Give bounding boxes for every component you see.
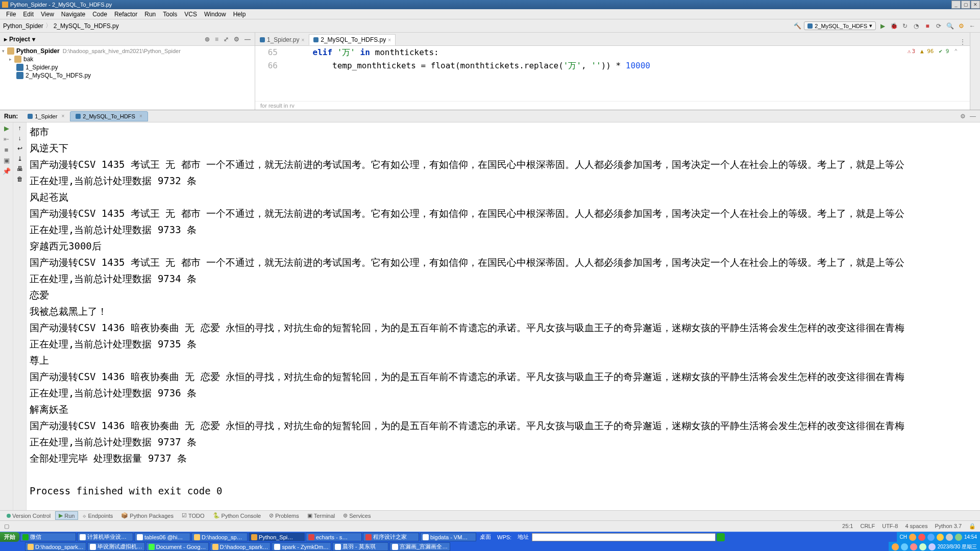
tray-icon[interactable] (946, 534, 953, 541)
taskbar-app[interactable]: tables06 @hi… (134, 533, 190, 541)
status-indent[interactable]: 4 spaces (905, 523, 927, 530)
menu-refactor[interactable]: Refactor (111, 10, 140, 19)
start-button[interactable]: 开始 (0, 532, 19, 542)
editor-more-icon[interactable]: ⋮ (960, 38, 970, 45)
menu-window[interactable]: Window (201, 10, 229, 19)
expand-icon[interactable]: ≡ (215, 36, 218, 43)
tray-icon[interactable] (919, 543, 926, 550)
taskbar-app[interactable]: 计算机毕业设… (77, 533, 133, 541)
taskbar-app[interactable]: Document - Goog… (146, 542, 209, 551)
run-icon[interactable]: ▶ (878, 21, 887, 31)
status-hint-icon[interactable]: ▢ (4, 523, 9, 530)
status-encoding[interactable]: UTF-8 (882, 523, 898, 530)
editor-tab-spider[interactable]: 1_Spider.py × (255, 34, 309, 45)
locate-icon[interactable]: ⊚ (205, 36, 210, 43)
project-title[interactable]: Project (9, 36, 30, 43)
project-tree[interactable]: ▾ Python_Spider D:\hadoop_spark_hive_dm2… (0, 46, 255, 110)
close-button[interactable]: ✕ (971, 1, 980, 9)
system-tray-date[interactable]: 2023/8/30 星期三 (889, 542, 980, 551)
back-icon[interactable]: ← (968, 21, 977, 31)
down-icon[interactable]: ↓ (18, 135, 21, 142)
collapse-icon[interactable]: ⤢ (224, 36, 229, 43)
lang-indicator[interactable]: CH (900, 534, 907, 540)
taskbar-app[interactable]: D:\hadoop_spark… (25, 542, 86, 551)
maximize-button[interactable]: ▢ (961, 1, 970, 9)
menu-code[interactable]: Code (89, 10, 110, 19)
menu-navigate[interactable]: Navigate (58, 10, 88, 19)
taskbar-app[interactable]: D:\hadoop_sp… (191, 533, 248, 541)
tray-icon[interactable] (918, 534, 925, 541)
clock-time[interactable]: 14:54 (964, 534, 977, 540)
minimize-button[interactable]: _ (951, 1, 961, 9)
tray-icon[interactable] (928, 543, 936, 550)
tree-folder-bak[interactable]: ▸ bak (0, 55, 255, 63)
stop-icon[interactable]: ⇤ (4, 135, 9, 143)
profile-icon[interactable]: ◔ (912, 21, 921, 31)
wrap-icon[interactable]: ↩ (17, 145, 22, 152)
menu-file[interactable]: File (3, 10, 19, 19)
system-tray[interactable]: CH 14:54 (897, 532, 980, 542)
tray-icon[interactable] (910, 543, 917, 550)
taskbar-app[interactable]: D:\hadoop_spark… (210, 542, 271, 551)
desktop-label[interactable]: 桌面 (477, 533, 494, 541)
go-button[interactable] (717, 533, 725, 541)
settings-icon[interactable]: ⚙ (957, 21, 966, 31)
code-editor[interactable]: 65 66 elif '万' in monthtickets: temp_mon… (255, 46, 970, 101)
debug-icon[interactable]: 🐞 (889, 21, 898, 31)
tray-icon[interactable] (909, 534, 916, 541)
taskbar-app[interactable]: echarts - s… (306, 533, 362, 541)
status-lock-icon[interactable]: 🔒 (969, 523, 976, 530)
run-gear-icon[interactable]: ⚙ (960, 113, 966, 120)
code-content[interactable]: elif '万' in monthtickets: temp_monthtick… (283, 46, 970, 101)
status-interpreter[interactable]: Python 3.7 (935, 523, 962, 530)
taskbar-app-active[interactable]: Python_Spi… (249, 533, 305, 541)
taskbar-app[interactable]: 程序设计之家 (363, 533, 419, 541)
close-icon[interactable]: × (388, 37, 391, 43)
console-output[interactable]: 都市风逆天下国产动漫转CSV 1435 考试王 无 都市 一个不通过，就无法前进… (27, 122, 980, 510)
close-icon[interactable]: × (61, 113, 64, 119)
status-eol[interactable]: CRLF (860, 523, 875, 530)
breadcrumb-root[interactable]: Python_Spider (3, 22, 43, 30)
stop-icon[interactable]: ■ (5, 146, 9, 154)
project-dropdown-icon[interactable]: ▾ (32, 36, 35, 43)
rerun-icon[interactable]: ▶ (4, 124, 9, 132)
run-config-selector[interactable]: 2_MySQL_To_HDFS ▾ (804, 21, 876, 30)
menu-view[interactable]: View (38, 10, 57, 19)
editor-tab-mysql[interactable]: 2_MySQL_To_HDFS.py × (309, 34, 396, 45)
taskbar-app[interactable]: 宫漏画_宫漏画全… (389, 542, 450, 551)
address-input[interactable] (532, 533, 716, 541)
tree-project-root[interactable]: ▾ Python_Spider D:\hadoop_spark_hive_dm2… (0, 47, 255, 55)
tray-icon[interactable] (892, 543, 899, 550)
menu-edit[interactable]: Edit (20, 10, 37, 19)
taskbar-app[interactable]: spark - ZymkDm… (272, 542, 331, 551)
bottom-tool-packages[interactable]: 📦Python Packages (117, 511, 177, 520)
editor-breadcrumb[interactable]: for result in rv (255, 101, 970, 110)
bottom-tool-services[interactable]: ⊚Services (339, 511, 374, 520)
menu-tools[interactable]: Tools (160, 10, 180, 19)
gear-icon[interactable]: ⚙ (234, 36, 239, 43)
menu-vcs[interactable]: VCS (181, 10, 200, 19)
run-tab-mysql[interactable]: 2_MySQL_To_HDFS × (70, 111, 148, 121)
bottom-tool-run[interactable]: ▶Run (55, 511, 78, 520)
scroll-icon[interactable]: ⤓ (17, 155, 22, 162)
menu-help[interactable]: Help (230, 10, 249, 19)
status-position[interactable]: 25:1 (842, 523, 853, 530)
close-icon[interactable]: × (301, 37, 304, 43)
tray-icon[interactable] (927, 534, 935, 541)
run-hide-icon[interactable]: — (970, 113, 976, 120)
up-icon[interactable]: ↑ (18, 124, 21, 132)
bottom-tool-todo[interactable]: ☑TODO (178, 511, 208, 520)
taskbar-app[interactable]: 毕设测试虚拟机… (87, 542, 145, 551)
tray-icon[interactable] (901, 543, 908, 550)
hide-icon[interactable]: — (244, 36, 251, 43)
bottom-tool-terminal[interactable]: ▣Terminal (304, 511, 339, 520)
taskbar-app[interactable]: 晨羽 - 莫东琪 (332, 542, 388, 551)
bottom-tool-pyconsole[interactable]: 🐍Python Console (209, 511, 265, 520)
tray-icon[interactable] (955, 534, 962, 541)
print-icon[interactable]: 🖶 (17, 165, 23, 172)
layout-icon[interactable]: ▣ (4, 157, 10, 164)
clock-date[interactable]: 2023/8/30 星期三 (938, 543, 977, 550)
bottom-tool-vcs[interactable]: Version Control (3, 512, 54, 520)
build-icon[interactable]: 🔨 (793, 21, 802, 31)
tray-icon[interactable] (937, 534, 944, 541)
